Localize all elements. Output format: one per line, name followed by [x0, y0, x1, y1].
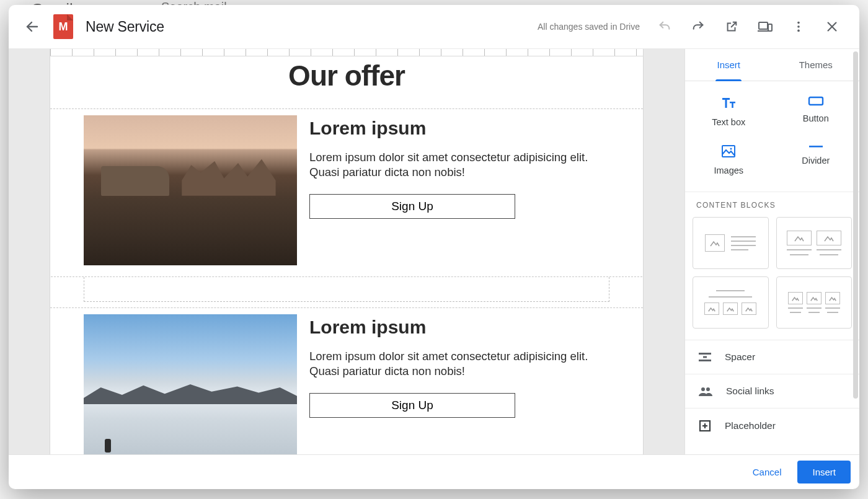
tab-insert[interactable]: Insert [685, 49, 773, 81]
content-block-three-img[interactable] [693, 276, 769, 329]
canvas-area[interactable]: Our offer Lorem ipsum Lorem ipsum dolor … [9, 49, 684, 454]
spacer-icon [699, 353, 711, 361]
more-button[interactable] [786, 14, 811, 39]
open-in-new-button[interactable] [719, 14, 744, 39]
image-icon [721, 144, 736, 158]
svg-rect-1 [759, 22, 768, 29]
svg-point-11 [730, 148, 732, 150]
svg-rect-14 [699, 360, 711, 361]
block-image[interactable] [84, 314, 297, 454]
content-block-image-text[interactable] [693, 217, 769, 269]
svg-point-16 [701, 387, 705, 391]
svg-rect-3 [768, 24, 772, 31]
panel-tabs: Insert Themes [685, 49, 859, 81]
ruler[interactable] [50, 49, 644, 56]
insert-button[interactable]: Insert [797, 461, 851, 484]
tool-images[interactable]: Images [685, 136, 773, 184]
tool-text-box[interactable]: Text box [685, 87, 773, 136]
svg-rect-13 [699, 353, 711, 355]
document-title[interactable]: New Service [86, 19, 164, 35]
tool-label: Spacer [725, 351, 755, 363]
placeholder-icon [699, 420, 711, 432]
tool-label: Divider [802, 156, 830, 166]
arrow-back-icon [25, 19, 40, 34]
content-block-two-col[interactable] [776, 217, 852, 269]
undo-icon [658, 20, 671, 33]
text-box-icon [720, 96, 737, 110]
signup-button[interactable]: Sign Up [309, 393, 515, 418]
tab-themes[interactable]: Themes [773, 49, 860, 81]
devices-button[interactable] [753, 14, 777, 39]
tool-placeholder[interactable]: Placeholder [685, 408, 859, 443]
panel-scrollbar[interactable] [852, 49, 859, 454]
dialog-footer: Cancel Insert [9, 454, 859, 489]
svg-point-4 [797, 22, 800, 24]
tool-spacer[interactable]: Spacer [685, 340, 859, 374]
block-body[interactable]: Lorem ipsum dolor sit amet consectetur a… [309, 349, 609, 378]
signup-button[interactable]: Sign Up [309, 194, 515, 219]
save-status: All changes saved in Drive [538, 22, 640, 32]
drop-placeholder[interactable] [84, 277, 609, 302]
redo-icon [691, 20, 705, 33]
email-page[interactable]: Our offer Lorem ipsum Lorem ipsum dolor … [50, 49, 644, 454]
svg-rect-12 [809, 146, 823, 148]
button-icon [808, 96, 824, 106]
block-body[interactable]: Lorem ipsum dolor sit amet consectetur a… [309, 150, 609, 179]
side-panel: Insert Themes Text box Button Images [684, 49, 859, 454]
page-title[interactable]: Our offer [50, 59, 643, 92]
svg-rect-15 [703, 356, 707, 358]
tool-label: Images [714, 166, 743, 175]
svg-point-6 [797, 30, 800, 32]
block-heading[interactable]: Lorem ipsum [309, 317, 609, 338]
block-image[interactable] [84, 115, 297, 265]
content-block[interactable]: Lorem ipsum Lorem ipsum dolor sit amet c… [50, 108, 643, 272]
svg-point-5 [797, 25, 800, 28]
cancel-button[interactable]: Cancel [743, 461, 792, 484]
content-blocks-label: CONTENT BLOCKS [685, 192, 859, 217]
more-vert-icon [792, 20, 805, 33]
scrollbar-thumb[interactable] [853, 51, 858, 399]
document-icon: M [53, 14, 73, 39]
divider-icon [808, 144, 824, 148]
close-icon [825, 20, 839, 33]
tool-label: Placeholder [725, 420, 776, 431]
template-editor-dialog: M New Service All changes saved in Drive… [9, 5, 859, 489]
devices-icon [758, 20, 773, 33]
tool-label: Text box [712, 117, 745, 127]
tool-label: Button [803, 113, 829, 123]
content-block[interactable]: Lorem ipsum Lorem ipsum dolor sit amet c… [50, 308, 643, 454]
content-block-three-col[interactable] [776, 276, 852, 329]
dialog-header: M New Service All changes saved in Drive [9, 5, 859, 49]
tool-button[interactable]: Button [773, 87, 860, 136]
redo-button[interactable] [686, 14, 711, 39]
svg-rect-9 [809, 97, 823, 105]
svg-point-17 [706, 387, 710, 391]
open-in-new-icon [725, 20, 738, 33]
tool-divider[interactable]: Divider [773, 136, 860, 184]
close-button[interactable] [820, 14, 844, 39]
social-icon [699, 386, 712, 396]
block-heading[interactable]: Lorem ipsum [309, 118, 609, 139]
back-button[interactable] [20, 14, 45, 39]
tool-label: Social links [726, 386, 774, 397]
tool-social-links[interactable]: Social links [685, 374, 859, 408]
undo-button[interactable] [652, 14, 677, 39]
